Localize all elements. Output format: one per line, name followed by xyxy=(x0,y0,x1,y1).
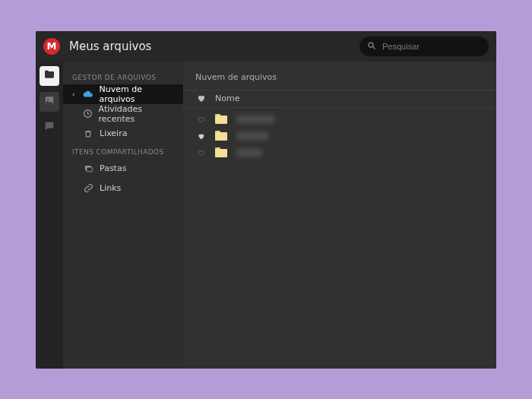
heart-outline-icon xyxy=(198,145,204,160)
rail-item-files[interactable] xyxy=(40,66,59,86)
table-header: Nome xyxy=(183,90,496,108)
folder-icon xyxy=(43,68,55,84)
table-row[interactable] xyxy=(183,128,496,144)
folders-icon xyxy=(83,163,93,174)
search-input[interactable] xyxy=(382,42,481,51)
app-logo: M xyxy=(43,38,60,55)
row-favorite-toggle[interactable] xyxy=(195,128,206,143)
column-favorite[interactable] xyxy=(195,91,206,106)
chat-icon xyxy=(43,120,55,135)
page-title: Meus arquivos xyxy=(69,40,151,53)
row-favorite-toggle[interactable] xyxy=(195,112,206,126)
sidebar-item-label: Lixeira xyxy=(100,128,127,138)
table-row[interactable] xyxy=(183,111,496,128)
table-row[interactable] xyxy=(183,144,496,161)
folder-icon xyxy=(215,147,227,157)
svg-point-3 xyxy=(47,99,49,100)
sidebar-item-shared-folders[interactable]: › Pastas xyxy=(63,159,183,179)
heart-outline-icon xyxy=(198,112,204,126)
sidebar: GESTOR DE ARQUIVOS › Nuvem de arquivos › xyxy=(63,62,183,369)
chevron-right-icon: › xyxy=(71,90,77,98)
column-name[interactable]: Nome xyxy=(215,93,239,103)
sidebar-item-label: Pastas xyxy=(100,163,126,173)
topbar: M Meus arquivos xyxy=(36,31,496,62)
row-favorite-toggle[interactable] xyxy=(195,145,206,160)
folder-icon xyxy=(215,114,227,124)
file-name-redacted xyxy=(236,132,268,140)
svg-point-0 xyxy=(369,43,373,47)
file-list xyxy=(183,108,496,164)
file-name-redacted xyxy=(236,116,274,123)
sidebar-section-header: ITENS COMPARTILHADOS xyxy=(63,144,183,159)
folder-icon xyxy=(215,131,227,141)
sidebar-item-label: Links xyxy=(100,183,121,193)
sidebar-item-label: Atividades recentes xyxy=(99,104,176,124)
heart-icon xyxy=(198,128,204,143)
sidebar-item-links[interactable]: › Links xyxy=(63,179,183,198)
nav-rail xyxy=(36,62,63,369)
sidebar-item-trash[interactable]: › Lixeira xyxy=(63,124,183,144)
sidebar-section-header: GESTOR DE ARQUIVOS xyxy=(63,69,183,84)
sidebar-item-recent[interactable]: › Atividades recentes xyxy=(63,104,183,124)
clock-icon xyxy=(82,109,92,119)
search-icon xyxy=(367,39,376,53)
svg-line-1 xyxy=(373,47,375,49)
heart-icon xyxy=(197,91,205,106)
trash-icon xyxy=(83,128,93,139)
content-area: Nuvem de arquivos Nome xyxy=(183,62,496,369)
app-body: GESTOR DE ARQUIVOS › Nuvem de arquivos › xyxy=(36,62,496,369)
search-box[interactable] xyxy=(359,36,489,56)
svg-rect-6 xyxy=(86,167,92,172)
sidebar-item-cloud-drive[interactable]: › Nuvem de arquivos xyxy=(63,84,183,104)
app-window: M Meus arquivos xyxy=(36,31,496,369)
link-icon xyxy=(83,183,93,194)
logo-letter: M xyxy=(47,40,57,52)
rail-item-gallery[interactable] xyxy=(40,92,59,112)
rail-item-chat[interactable] xyxy=(40,118,59,138)
breadcrumb: Nuvem de arquivos xyxy=(183,62,496,90)
file-name-redacted xyxy=(236,149,262,157)
sidebar-item-label: Nuvem de arquivos xyxy=(100,84,176,104)
image-icon xyxy=(44,94,55,109)
cloud-icon xyxy=(83,89,93,100)
